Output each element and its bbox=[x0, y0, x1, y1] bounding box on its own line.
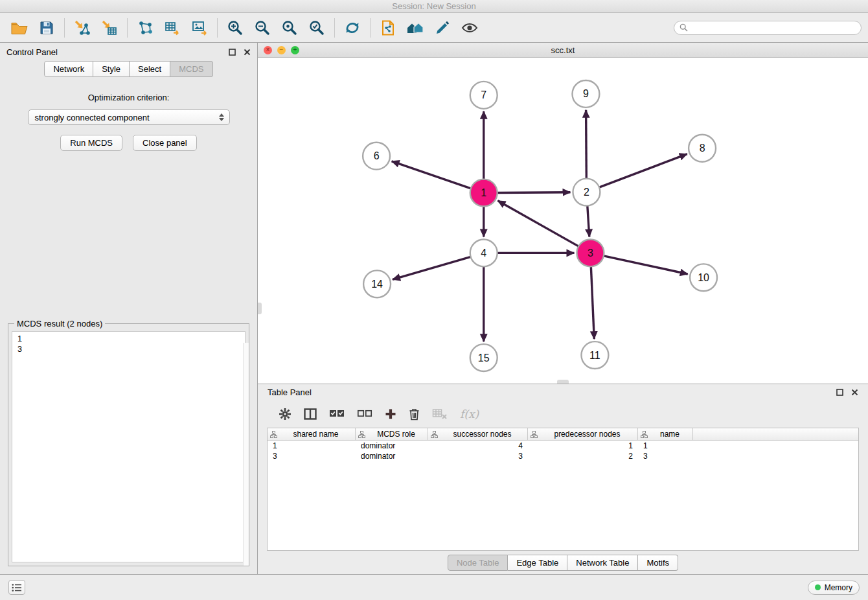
window-title: Session: New Session bbox=[392, 1, 475, 11]
column-header-successor-nodes[interactable]: successor nodes bbox=[428, 428, 528, 440]
column-visibility-button[interactable] bbox=[304, 408, 317, 420]
splitter-handle[interactable] bbox=[258, 303, 262, 314]
application-window: Session: New Session bbox=[0, 0, 868, 600]
graph-node[interactable]: 15 bbox=[470, 344, 497, 371]
graph-edge[interactable] bbox=[599, 154, 687, 188]
graph-node[interactable]: 10 bbox=[690, 264, 717, 291]
list-icon bbox=[12, 583, 22, 592]
home-button[interactable] bbox=[402, 16, 428, 40]
graph-node[interactable]: 11 bbox=[581, 341, 608, 369]
open-folder-icon bbox=[10, 20, 29, 36]
table-tab-network-table[interactable]: Network Table bbox=[567, 555, 638, 571]
import-table-file-button[interactable] bbox=[97, 16, 122, 40]
control-tab-select[interactable]: Select bbox=[130, 61, 170, 77]
graph-node[interactable]: 8 bbox=[689, 135, 716, 162]
graph-edge[interactable] bbox=[392, 161, 471, 189]
close-table-panel-button[interactable] bbox=[851, 389, 858, 396]
table-panel-tabs: Node TableEdge TableNetwork TableMotifs bbox=[448, 555, 678, 571]
graph-edge[interactable] bbox=[586, 110, 587, 179]
network-document-button[interactable] bbox=[375, 16, 401, 40]
result-scrollbar[interactable] bbox=[243, 343, 249, 566]
column-header-mcds-role[interactable]: MCDS role bbox=[356, 428, 428, 440]
main-area: Control Panel NetworkStyleSelectMCDS Opt… bbox=[0, 43, 868, 574]
gear-icon bbox=[279, 408, 291, 421]
graph-edge[interactable] bbox=[588, 206, 589, 237]
splitter-handle[interactable] bbox=[557, 380, 569, 384]
toolbar-separator bbox=[217, 18, 218, 38]
new-network-button[interactable] bbox=[132, 16, 158, 40]
zoom-out-button[interactable] bbox=[249, 16, 275, 40]
graph-node[interactable]: 1 bbox=[470, 179, 497, 207]
create-column-button[interactable] bbox=[385, 408, 396, 420]
zoom-fit-button[interactable] bbox=[277, 16, 303, 40]
open-session-button[interactable] bbox=[6, 16, 32, 40]
float-window-icon bbox=[229, 49, 236, 56]
graph-node[interactable]: 6 bbox=[363, 143, 390, 170]
unchecked-boxes-icon bbox=[357, 409, 372, 419]
criterion-dropdown[interactable]: strongly connected component bbox=[28, 110, 230, 125]
function-builder-button[interactable]: f(x) bbox=[460, 408, 479, 421]
delete-column-button[interactable] bbox=[409, 408, 420, 421]
select-all-button[interactable] bbox=[329, 409, 345, 419]
maximize-window-button[interactable]: + bbox=[291, 46, 299, 54]
show-panels-button[interactable] bbox=[8, 580, 25, 595]
graph-edge[interactable] bbox=[604, 256, 688, 274]
search-input[interactable] bbox=[691, 23, 856, 32]
close-panel-action-button[interactable]: Close panel bbox=[133, 135, 197, 151]
mcds-result-item[interactable]: 1 bbox=[12, 334, 245, 344]
graph-edge[interactable] bbox=[497, 201, 578, 246]
export-table-button[interactable] bbox=[159, 16, 185, 40]
control-tab-style[interactable]: Style bbox=[93, 61, 130, 77]
float-table-panel-button[interactable] bbox=[836, 389, 843, 396]
memory-button[interactable]: Memory bbox=[808, 581, 860, 595]
table-panel-header: Table Panel bbox=[258, 384, 868, 400]
zoom-selected-button[interactable] bbox=[304, 16, 330, 40]
save-floppy-icon bbox=[39, 20, 54, 36]
graph-node[interactable]: 9 bbox=[572, 80, 599, 108]
mcds-result-item[interactable]: 3 bbox=[12, 344, 245, 354]
column-header-name[interactable]: name bbox=[638, 428, 693, 440]
graph-edge[interactable] bbox=[393, 257, 471, 279]
table-row[interactable]: 3dominator323 bbox=[268, 451, 858, 461]
minimize-window-button[interactable]: − bbox=[277, 46, 286, 54]
run-mcds-button[interactable]: Run MCDS bbox=[60, 135, 122, 151]
table-tab-node-table[interactable]: Node Table bbox=[448, 555, 508, 571]
style-brush-button[interactable] bbox=[429, 16, 455, 40]
table-export-icon bbox=[164, 19, 181, 36]
graph-edge[interactable] bbox=[591, 266, 594, 339]
graph-node[interactable]: 3 bbox=[577, 239, 604, 266]
graph-node[interactable]: 4 bbox=[470, 239, 497, 266]
zoom-in-button[interactable] bbox=[222, 16, 248, 40]
control-tab-network[interactable]: Network bbox=[44, 61, 93, 77]
table-cell: 1 bbox=[638, 441, 693, 450]
zoom-in-icon bbox=[227, 19, 244, 36]
float-panel-button[interactable] bbox=[229, 49, 236, 56]
close-panel-button[interactable] bbox=[244, 49, 251, 56]
search-box[interactable] bbox=[674, 21, 862, 35]
show-graphics-details-button[interactable] bbox=[457, 16, 483, 40]
close-window-button[interactable]: × bbox=[264, 46, 272, 54]
table-row[interactable]: 1dominator411 bbox=[268, 441, 858, 451]
save-session-button[interactable] bbox=[34, 16, 60, 40]
table-tab-edge-table[interactable]: Edge Table bbox=[508, 555, 567, 571]
column-label: predecessor nodes bbox=[540, 430, 635, 439]
graph-node[interactable]: 2 bbox=[573, 179, 600, 206]
column-header-shared-name[interactable]: shared name bbox=[268, 428, 356, 440]
graph-node[interactable]: 14 bbox=[363, 270, 391, 297]
apply-layout-button[interactable] bbox=[339, 16, 365, 40]
export-image-button[interactable] bbox=[187, 16, 212, 40]
graph-node[interactable]: 7 bbox=[470, 82, 497, 109]
delete-table-button[interactable] bbox=[432, 408, 448, 420]
network-canvas[interactable]: 7968124314101511 bbox=[258, 58, 868, 384]
column-label: shared name bbox=[279, 430, 352, 439]
column-header-predecessor-nodes[interactable]: predecessor nodes bbox=[528, 428, 638, 440]
import-network-file-button[interactable] bbox=[69, 16, 95, 40]
graph-edge[interactable] bbox=[497, 192, 571, 193]
network-graph[interactable]: 7968124314101511 bbox=[258, 58, 868, 384]
main-toolbar bbox=[0, 13, 868, 43]
deselect-all-button[interactable] bbox=[357, 409, 372, 419]
table-settings-button[interactable] bbox=[279, 408, 291, 421]
optimization-criterion-label: Optimization criterion: bbox=[0, 93, 257, 102]
table-tab-motifs[interactable]: Motifs bbox=[638, 555, 678, 571]
control-tab-mcds[interactable]: MCDS bbox=[170, 61, 212, 77]
